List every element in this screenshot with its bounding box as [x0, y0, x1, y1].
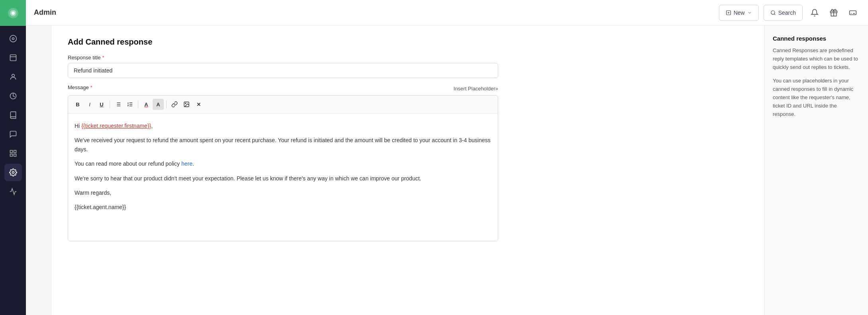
message-group: Message * Insert Placeholder» B I U	[68, 84, 748, 241]
sidebar-item-settings[interactable]	[4, 164, 22, 181]
topbar: Admin New Search	[26, 0, 868, 25]
svg-point-2	[12, 12, 15, 15]
sidebar-item-analytics[interactable]	[4, 183, 22, 200]
svg-rect-9	[14, 151, 16, 153]
body-paragraph-1: We've received your request to refund th…	[75, 136, 491, 154]
required-star-message: *	[90, 84, 92, 90]
greeting-comma: ,	[151, 123, 153, 129]
svg-point-6	[12, 74, 14, 77]
editor-toolbar: B I U A A	[68, 96, 498, 113]
sidebar-item-contacts[interactable]	[4, 68, 22, 86]
app-logo[interactable]	[0, 0, 26, 26]
toolbar-font-color[interactable]: A	[141, 99, 152, 110]
right-panel-description-1: Canned Responses are predefined reply te…	[773, 47, 860, 71]
response-title-group: Response title *	[68, 55, 748, 78]
svg-rect-11	[14, 154, 16, 157]
toolbar-bg-color[interactable]: A	[153, 99, 164, 110]
message-label-row: Message * Insert Placeholder»	[68, 84, 498, 93]
insert-placeholder-button[interactable]: Insert Placeholder»	[454, 86, 498, 92]
sidebar-item-reports[interactable]	[4, 87, 22, 105]
toolbar-clear[interactable]: ✕	[193, 99, 204, 110]
toolbar-underline[interactable]: U	[96, 99, 107, 110]
sidebar-item-knowledge[interactable]	[4, 106, 22, 124]
toolbar-bold[interactable]: B	[72, 99, 83, 110]
new-icon	[726, 10, 731, 16]
svg-point-4	[12, 38, 14, 40]
svg-point-14	[771, 10, 774, 14]
svg-point-12	[12, 172, 14, 174]
toolbar-image[interactable]	[181, 99, 192, 110]
content-area: Add Canned response Response title * Mes…	[52, 25, 764, 315]
response-title-label: Response title *	[68, 55, 748, 61]
sidebar-item-conversations[interactable]	[4, 125, 22, 143]
new-button[interactable]: New	[719, 5, 759, 21]
right-panel-title: Canned responses	[773, 35, 860, 42]
search-icon	[770, 10, 776, 16]
svg-point-35	[185, 103, 186, 104]
sidebar-item-groups[interactable]	[4, 145, 22, 162]
svg-line-15	[774, 14, 775, 15]
form-title: Add Canned response	[68, 37, 748, 47]
toolbar-divider-1	[110, 100, 110, 108]
toolbar-ul[interactable]	[112, 99, 124, 110]
keyboard-icon[interactable]	[846, 6, 860, 20]
message-label: Message *	[68, 84, 92, 90]
sidebar-item-inbox[interactable]	[4, 49, 22, 67]
svg-rect-8	[10, 151, 12, 153]
requester-firstname-placeholder: {{ticket.requester.firstname}}	[81, 123, 151, 129]
toolbar-ol[interactable]	[124, 99, 136, 110]
closing-text: Warm regards,	[75, 188, 491, 197]
chevron-down-icon	[747, 10, 752, 15]
svg-rect-18	[850, 11, 856, 15]
right-panel: Canned responses Canned Responses are pr…	[764, 25, 868, 315]
notifications-icon[interactable]	[807, 6, 822, 20]
sidebar-nav	[0, 26, 26, 200]
response-title-input[interactable]	[68, 63, 498, 78]
required-star-title: *	[102, 55, 104, 61]
toolbar-link[interactable]	[169, 99, 180, 110]
topbar-actions: New Search	[719, 5, 860, 21]
sidebar-item-home[interactable]	[4, 30, 22, 47]
editor-body[interactable]: Hi {{ticket.requester.firstname}}, We've…	[68, 113, 498, 241]
editor-container: B I U A A	[68, 95, 498, 241]
svg-rect-5	[10, 55, 16, 61]
toolbar-italic[interactable]: I	[84, 99, 95, 110]
agent-name-placeholder: {{ticket.agent.name}}	[75, 203, 491, 211]
toolbar-divider-3	[166, 100, 167, 108]
body-paragraph-3: We're sorry to hear that our product did…	[75, 174, 491, 183]
svg-point-3	[10, 35, 16, 42]
refund-policy-link[interactable]: here	[181, 160, 192, 167]
gift-icon[interactable]	[827, 6, 841, 20]
body-paragraph-2: You can read more about our refund polic…	[75, 159, 491, 168]
greeting-text: Hi	[75, 123, 81, 129]
main-wrap: Add Canned response Response title * Mes…	[52, 25, 868, 315]
svg-rect-10	[10, 154, 12, 157]
search-button[interactable]: Search	[764, 5, 803, 21]
sidebar	[0, 0, 26, 315]
right-panel-description-2: You can use placeholders in your canned …	[773, 77, 860, 118]
toolbar-divider-2	[138, 100, 138, 108]
page-title: Admin	[34, 8, 719, 17]
